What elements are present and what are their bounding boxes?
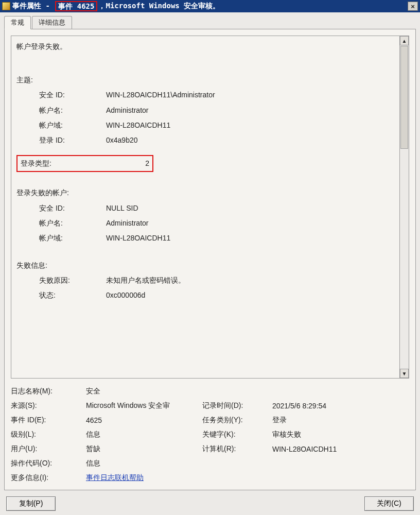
failed-account-label: 帐户名: — [39, 217, 106, 230]
subject-sid-label: 安全 ID: — [39, 89, 106, 101]
title-suffix: ，Microsoft Windows 安全审核。 — [98, 2, 220, 11]
client-area: 常规 详细信息 ⬆ ⬇ 帐户登录失败。 主题: — [0, 12, 420, 515]
tab-panel-general: ⬆ ⬇ 帐户登录失败。 主题: 安全 ID: WIN-L28OAICDH11\A… — [4, 29, 416, 490]
failed-sid-value: NULL SID — [106, 202, 138, 215]
description-scrollbar[interactable]: ▲ ▼ — [400, 36, 409, 379]
failed-account-value: Administrator — [106, 217, 148, 230]
failed-sid-label: 安全 ID: — [39, 202, 106, 215]
source-label: 来源(S): — [11, 401, 83, 410]
title-event-id-highlight: 事件 4625 — [55, 1, 97, 11]
eventid-label: 事件 ID(E): — [11, 416, 83, 425]
failure-status-label: 状态: — [39, 289, 106, 302]
moreinfo-label: 更多信息(I): — [11, 473, 83, 483]
desc-headline: 帐户登录失败。 — [16, 40, 394, 53]
logon-type-highlight: 登录类型: 2 — [16, 155, 153, 172]
failed-domain-label: 帐户域: — [39, 232, 106, 245]
source-value: Microsoft Windows 安全审 — [86, 401, 199, 410]
subject-logonid-value: 0x4a9b20 — [106, 134, 138, 147]
copy-button-label: 复制(P) — [19, 499, 43, 507]
eventid-value: 4625 — [86, 416, 199, 424]
failed-account-title: 登录失败的帐户: — [16, 186, 394, 199]
event-description: 帐户登录失败。 主题: 安全 ID: WIN-L28OAICDH11\Admin… — [11, 36, 400, 379]
dialog-footer: 复制(P) 关闭(C) — [4, 496, 416, 511]
user-label: 用户(U): — [11, 444, 83, 454]
logon-type-label: 登录类型: — [21, 157, 124, 170]
level-value: 信息 — [86, 430, 199, 439]
keywords-value: 审核失败 — [272, 430, 409, 439]
copy-button[interactable]: 复制(P) — [6, 496, 56, 511]
scrollbar-down-button[interactable]: ▼ — [400, 369, 409, 378]
title-prefix: 事件属性 - — [12, 2, 54, 11]
subject-sid-value: WIN-L28OAICDH11\Administrator — [106, 89, 215, 101]
subject-domain-value: WIN-L28OAICDH11 — [106, 119, 170, 132]
level-label: 级别(L): — [11, 430, 83, 439]
app-icon — [2, 2, 10, 10]
description-wrap: 帐户登录失败。 主题: 安全 ID: WIN-L28OAICDH11\Admin… — [11, 36, 409, 379]
computer-value: WIN-L28OAICDH11 — [272, 445, 409, 453]
tab-details[interactable]: 详细信息 — [32, 16, 72, 29]
chevron-up-icon: ▲ — [402, 38, 407, 44]
scrollbar-up-button[interactable]: ▲ — [400, 36, 409, 45]
moreinfo-link[interactable]: 事件日志联机帮助 — [86, 473, 144, 482]
log-name-value: 安全 — [86, 387, 409, 396]
failure-reason-value: 未知用户名或密码错误。 — [106, 274, 185, 287]
logged-value: 2021/5/6 8:29:54 — [272, 402, 409, 410]
tab-details-label: 详细信息 — [39, 19, 65, 26]
log-name-label: 日志名称(M): — [11, 387, 83, 396]
scrollbar-thumb[interactable] — [400, 46, 408, 149]
computer-label: 计算机(R): — [202, 444, 269, 454]
tabstrip: 常规 详细信息 — [4, 15, 416, 29]
close-icon: × — [411, 3, 415, 10]
opcode-label: 操作代码(O): — [11, 459, 83, 468]
subject-account-label: 帐户名: — [39, 104, 106, 117]
event-properties-window: 事件属性 - 事件 4625 ，Microsoft Windows 安全审核。 … — [0, 0, 420, 515]
failed-domain-value: WIN-L28OAICDH11 — [106, 232, 170, 245]
failure-reason-label: 失败原因: — [39, 274, 106, 287]
event-info-grid: 日志名称(M): 安全 来源(S): Microsoft Windows 安全审… — [11, 387, 409, 483]
keywords-label: 关键字(K): — [202, 430, 269, 439]
subject-domain-label: 帐户域: — [39, 119, 106, 132]
user-value: 暂缺 — [86, 444, 199, 454]
subject-account-value: Administrator — [106, 104, 148, 117]
tab-general[interactable]: 常规 — [4, 16, 31, 29]
titlebar: 事件属性 - 事件 4625 ，Microsoft Windows 安全审核。 … — [0, 0, 420, 12]
opcode-value: 信息 — [86, 459, 409, 468]
chevron-down-icon: ▼ — [402, 371, 407, 376]
failure-info-title: 失败信息: — [16, 259, 394, 272]
close-button-label: 关闭(C) — [377, 499, 401, 507]
taskcat-label: 任务类别(Y): — [202, 416, 269, 425]
close-button[interactable]: 关闭(C) — [364, 496, 414, 511]
subject-logonid-label: 登录 ID: — [39, 134, 106, 147]
logon-type-value: 2 — [124, 157, 149, 170]
failure-status-value: 0xc000006d — [106, 289, 145, 302]
taskcat-value: 登录 — [272, 416, 409, 425]
logged-label: 记录时间(D): — [202, 401, 269, 410]
subject-title: 主题: — [16, 74, 394, 87]
tab-general-label: 常规 — [11, 19, 24, 26]
window-close-button[interactable]: × — [408, 2, 418, 11]
